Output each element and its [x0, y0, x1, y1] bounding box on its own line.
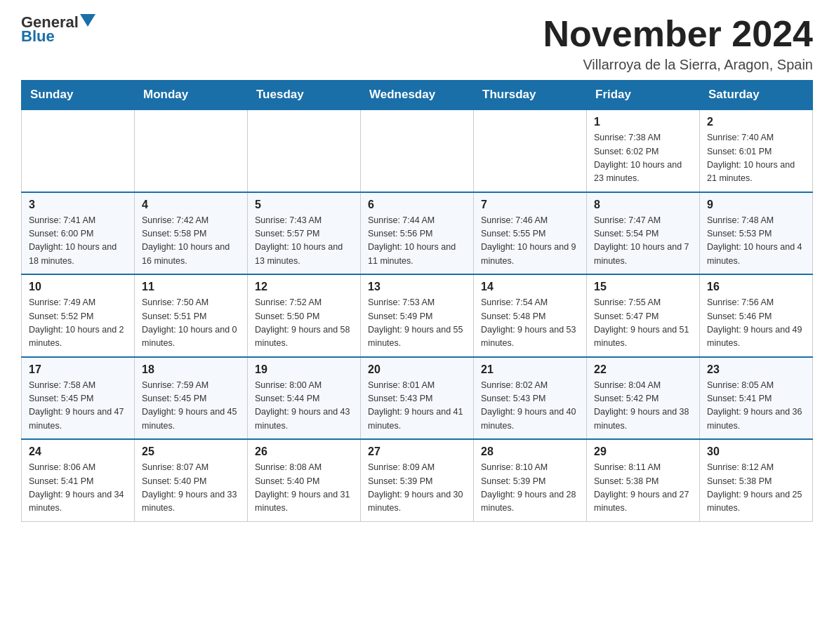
calendar-cell: 24Sunrise: 8:06 AMSunset: 5:41 PMDayligh… [22, 439, 135, 521]
day-number: 7 [481, 199, 579, 211]
calendar-cell [22, 109, 135, 192]
calendar-cell: 28Sunrise: 8:10 AMSunset: 5:39 PMDayligh… [474, 439, 587, 521]
day-number: 29 [594, 445, 692, 458]
day-number: 20 [368, 363, 466, 376]
day-number: 17 [29, 363, 127, 376]
calendar-cell: 19Sunrise: 8:00 AMSunset: 5:44 PMDayligh… [248, 357, 361, 440]
day-number: 10 [29, 281, 127, 293]
weekday-header-saturday: Saturday [700, 81, 813, 110]
day-info: Sunrise: 7:56 AMSunset: 5:46 PMDaylight:… [707, 296, 805, 351]
calendar-cell: 14Sunrise: 7:54 AMSunset: 5:48 PMDayligh… [474, 274, 587, 357]
day-info: Sunrise: 8:08 AMSunset: 5:40 PMDaylight:… [255, 461, 353, 516]
day-info: Sunrise: 8:04 AMSunset: 5:42 PMDaylight:… [594, 379, 692, 434]
calendar-row: 17Sunrise: 7:58 AMSunset: 5:45 PMDayligh… [22, 357, 813, 440]
day-info: Sunrise: 7:55 AMSunset: 5:47 PMDaylight:… [594, 296, 692, 351]
calendar-cell: 9Sunrise: 7:48 AMSunset: 5:53 PMDaylight… [700, 192, 813, 275]
calendar-cell: 13Sunrise: 7:53 AMSunset: 5:49 PMDayligh… [361, 274, 474, 357]
calendar-cell: 30Sunrise: 8:12 AMSunset: 5:38 PMDayligh… [700, 439, 813, 521]
calendar-cell: 5Sunrise: 7:43 AMSunset: 5:57 PMDaylight… [248, 192, 361, 275]
day-info: Sunrise: 7:42 AMSunset: 5:58 PMDaylight:… [142, 214, 240, 269]
day-info: Sunrise: 8:09 AMSunset: 5:39 PMDaylight:… [368, 461, 466, 516]
calendar-cell [361, 109, 474, 192]
day-info: Sunrise: 7:50 AMSunset: 5:51 PMDaylight:… [142, 296, 240, 351]
day-number: 24 [29, 445, 127, 458]
day-number: 5 [255, 199, 353, 211]
day-info: Sunrise: 8:10 AMSunset: 5:39 PMDaylight:… [481, 461, 579, 516]
day-info: Sunrise: 7:54 AMSunset: 5:48 PMDaylight:… [481, 296, 579, 351]
day-info: Sunrise: 8:01 AMSunset: 5:43 PMDaylight:… [368, 379, 466, 434]
day-info: Sunrise: 8:05 AMSunset: 5:41 PMDaylight:… [707, 379, 805, 434]
day-number: 3 [29, 199, 127, 211]
day-info: Sunrise: 7:52 AMSunset: 5:50 PMDaylight:… [255, 296, 353, 351]
day-info: Sunrise: 8:07 AMSunset: 5:40 PMDaylight:… [142, 461, 240, 516]
day-info: Sunrise: 8:02 AMSunset: 5:43 PMDaylight:… [481, 379, 579, 434]
calendar-cell: 7Sunrise: 7:46 AMSunset: 5:55 PMDaylight… [474, 192, 587, 275]
day-info: Sunrise: 7:40 AMSunset: 6:01 PMDaylight:… [707, 131, 805, 186]
day-info: Sunrise: 8:00 AMSunset: 5:44 PMDaylight:… [255, 379, 353, 434]
day-info: Sunrise: 7:43 AMSunset: 5:57 PMDaylight:… [255, 214, 353, 269]
day-info: Sunrise: 7:47 AMSunset: 5:54 PMDaylight:… [594, 214, 692, 269]
calendar-cell: 23Sunrise: 8:05 AMSunset: 5:41 PMDayligh… [700, 357, 813, 440]
day-number: 28 [481, 445, 579, 458]
calendar-cell: 18Sunrise: 7:59 AMSunset: 5:45 PMDayligh… [135, 357, 248, 440]
calendar-cell: 4Sunrise: 7:42 AMSunset: 5:58 PMDaylight… [135, 192, 248, 275]
day-number: 25 [142, 445, 240, 458]
day-number: 13 [368, 281, 466, 293]
calendar-row: 3Sunrise: 7:41 AMSunset: 6:00 PMDaylight… [22, 192, 813, 275]
calendar-table: SundayMondayTuesdayWednesdayThursdayFrid… [21, 80, 813, 522]
day-number: 15 [594, 281, 692, 293]
day-number: 19 [255, 363, 353, 376]
location-subtitle: Villarroya de la Sierra, Aragon, Spain [543, 57, 813, 73]
day-info: Sunrise: 7:49 AMSunset: 5:52 PMDaylight:… [29, 296, 127, 351]
weekday-header-monday: Monday [135, 81, 248, 110]
calendar-cell: 3Sunrise: 7:41 AMSunset: 6:00 PMDaylight… [22, 192, 135, 275]
day-info: Sunrise: 7:38 AMSunset: 6:02 PMDaylight:… [594, 131, 692, 186]
svg-marker-0 [80, 14, 95, 27]
day-info: Sunrise: 7:58 AMSunset: 5:45 PMDaylight:… [29, 379, 127, 434]
calendar-cell: 8Sunrise: 7:47 AMSunset: 5:54 PMDaylight… [587, 192, 700, 275]
calendar-cell [248, 109, 361, 192]
page-header: General Blue November 2024 Villarroya de… [21, 14, 813, 73]
day-number: 18 [142, 363, 240, 376]
calendar-cell: 22Sunrise: 8:04 AMSunset: 5:42 PMDayligh… [587, 357, 700, 440]
day-info: Sunrise: 8:12 AMSunset: 5:38 PMDaylight:… [707, 461, 805, 516]
day-number: 8 [594, 199, 692, 211]
calendar-cell: 27Sunrise: 8:09 AMSunset: 5:39 PMDayligh… [361, 439, 474, 521]
calendar-cell: 6Sunrise: 7:44 AMSunset: 5:56 PMDaylight… [361, 192, 474, 275]
calendar-cell: 1Sunrise: 7:38 AMSunset: 6:02 PMDaylight… [587, 109, 700, 192]
day-info: Sunrise: 7:48 AMSunset: 5:53 PMDaylight:… [707, 214, 805, 269]
day-info: Sunrise: 8:11 AMSunset: 5:38 PMDaylight:… [594, 461, 692, 516]
calendar-cell: 29Sunrise: 8:11 AMSunset: 5:38 PMDayligh… [587, 439, 700, 521]
weekday-header-thursday: Thursday [474, 81, 587, 110]
logo-triangle-icon [80, 14, 95, 27]
day-number: 11 [142, 281, 240, 293]
calendar-header-row: SundayMondayTuesdayWednesdayThursdayFrid… [22, 81, 813, 110]
day-info: Sunrise: 7:46 AMSunset: 5:55 PMDaylight:… [481, 214, 579, 269]
calendar-cell: 25Sunrise: 8:07 AMSunset: 5:40 PMDayligh… [135, 439, 248, 521]
day-info: Sunrise: 7:41 AMSunset: 6:00 PMDaylight:… [29, 214, 127, 269]
calendar-cell [135, 109, 248, 192]
day-number: 22 [594, 363, 692, 376]
day-number: 23 [707, 363, 805, 376]
day-number: 30 [707, 445, 805, 458]
calendar-cell: 15Sunrise: 7:55 AMSunset: 5:47 PMDayligh… [587, 274, 700, 357]
calendar-row: 1Sunrise: 7:38 AMSunset: 6:02 PMDaylight… [22, 109, 813, 192]
day-number: 12 [255, 281, 353, 293]
day-number: 21 [481, 363, 579, 376]
weekday-header-wednesday: Wednesday [361, 81, 474, 110]
weekday-header-sunday: Sunday [22, 81, 135, 110]
calendar-cell: 26Sunrise: 8:08 AMSunset: 5:40 PMDayligh… [248, 439, 361, 521]
day-number: 16 [707, 281, 805, 293]
calendar-cell: 10Sunrise: 7:49 AMSunset: 5:52 PMDayligh… [22, 274, 135, 357]
calendar-cell: 11Sunrise: 7:50 AMSunset: 5:51 PMDayligh… [135, 274, 248, 357]
day-info: Sunrise: 7:59 AMSunset: 5:45 PMDaylight:… [142, 379, 240, 434]
day-number: 6 [368, 199, 466, 211]
day-number: 26 [255, 445, 353, 458]
weekday-header-friday: Friday [587, 81, 700, 110]
calendar-cell: 17Sunrise: 7:58 AMSunset: 5:45 PMDayligh… [22, 357, 135, 440]
day-number: 1 [594, 116, 692, 128]
day-number: 27 [368, 445, 466, 458]
day-info: Sunrise: 7:44 AMSunset: 5:56 PMDaylight:… [368, 214, 466, 269]
calendar-cell [474, 109, 587, 192]
logo: General Blue [21, 14, 95, 45]
